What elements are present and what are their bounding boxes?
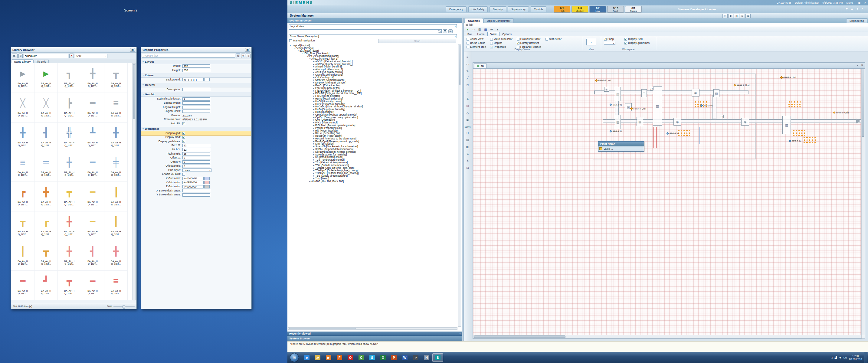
toolbar-icon[interactable]: ● <box>465 28 470 31</box>
toolbar-icon[interactable]: ▦ <box>484 28 488 31</box>
hvac-component[interactable]: ○ <box>720 115 724 118</box>
search-input[interactable] <box>289 29 442 33</box>
expand-icon[interactable]: ▼ ▶ <box>313 73 315 76</box>
library-item[interactable]: ━ BA_Air_H Q_1IST... <box>81 152 104 182</box>
expand-icon[interactable]: ▼ ▶ <box>313 132 315 134</box>
toolbar-icon[interactable]: ▾ <box>496 28 500 31</box>
tree-item[interactable]: ▼ ▶ Ccl [Cooling coil] <box>288 76 458 79</box>
layout-view-button[interactable]: ◧ <box>728 14 733 18</box>
tree-item[interactable]: ▼ ▶ TOaHysH [Outside temp_hys_heating] <box>288 172 458 175</box>
property-input[interactable]: 0 <box>182 156 210 159</box>
mute-icon[interactable]: ✕ <box>861 7 864 10</box>
alarm-icon-cluster[interactable] <box>802 136 816 143</box>
property-input[interactable]: 12 <box>182 144 210 147</box>
library-item[interactable]: ╋ BA_Air_H Q_1IST... <box>104 241 128 271</box>
tray-icon[interactable]: ▴ <box>831 356 833 359</box>
start-button[interactable]: ⊞ <box>290 353 299 362</box>
taskbar-app-icon[interactable]: F <box>334 354 345 362</box>
tree-item[interactable]: ▼ ▶ HuCtl [Humidity control] <box>288 100 458 103</box>
expand-icon[interactable]: ▼ ▶ <box>313 137 315 140</box>
alarm-counter[interactable]: 2/10 Fault <box>607 6 624 13</box>
tool-icon[interactable]: ↖ <box>465 55 471 60</box>
pin-icon[interactable]: ▣ <box>130 48 135 52</box>
tree-item[interactable]: ▼ ▶ AflCtSu [Supply air vol_flow ctrl_] <box>288 63 458 66</box>
expand-icon[interactable]: ▼ ▶ <box>313 151 315 153</box>
tree-item[interactable]: ▼ ▶ TOaHysC [Outside temp_hys_cooling] <box>288 169 458 172</box>
tool-icon[interactable]: ⊞ <box>465 103 471 109</box>
ribbon-checkbox[interactable]: ✓ Depths <box>490 41 512 45</box>
ribbon-checkbox[interactable]: ✓ Snap <box>604 37 614 41</box>
ribbon-tab[interactable]: Home <box>475 32 487 36</box>
tree-item[interactable]: ▼ ▶ PltCtl [Plant control] <box>288 121 458 124</box>
tray-icon[interactable]: ◄ <box>839 356 841 359</box>
tree-horizontal-scrollbar[interactable] <box>288 327 458 330</box>
toolbar-icon[interactable]: ▱ <box>471 28 475 31</box>
alarm-counter[interactable]: 0/1 Status <box>625 6 642 13</box>
tree-item[interactable]: ▼ ▶ TOa [Outside air temperature] <box>288 164 458 167</box>
close-document-icon[interactable]: ✕ <box>861 64 863 66</box>
recently-viewed-bar[interactable]: Recently Viewed ▾ <box>287 332 462 336</box>
ribbon-checkbox[interactable]: ✓ Status Bar <box>546 37 561 41</box>
unit-value-label[interactable]: #### # Unit <box>833 111 849 114</box>
color-value-input[interactable]: #40000000 <box>182 185 204 188</box>
property-input[interactable] <box>182 101 210 105</box>
alarm-icon-cluster[interactable] <box>792 129 805 137</box>
filter-icon[interactable] <box>846 8 848 10</box>
value-toggle-button[interactable]: V <box>241 54 245 58</box>
tree-item[interactable]: ▼ ▶ TEx [Extract air temperature] <box>288 161 458 164</box>
property-input[interactable]: 12 <box>182 148 210 151</box>
pipe[interactable] <box>656 127 656 148</box>
ribbon-checkbox[interactable]: ✓ Brush Editor <box>467 41 486 45</box>
tree-item[interactable]: ▼ ▶ SpHDmd [Setpoint heating demand] <box>288 151 458 153</box>
tree-item[interactable]: ▼ ▶ FilEhDP [Exh_air filter & flow mon__… <box>288 90 458 92</box>
plant-info-box[interactable]: Plant Name Value ... <box>598 141 644 152</box>
library-item[interactable]: ═ BA_Air_H Q_1IST... <box>81 182 104 211</box>
library-item[interactable]: ┳ BA_Air_H Q_1IST... <box>104 63 128 93</box>
percent-value-label[interactable]: ### # % <box>789 140 801 143</box>
object-type-button[interactable]: ▦ ▾ <box>12 54 18 58</box>
tool-icon[interactable]: ▭ <box>465 61 471 67</box>
tree-item[interactable]: ▼ ▶ CmnAlm [Common alarm] <box>288 79 458 81</box>
library-item[interactable]: ━ BA_Air_H Q_1IST... <box>81 211 104 241</box>
tool-icon[interactable]: ⊙ <box>465 130 471 135</box>
event-category-button[interactable]: Security <box>490 6 506 12</box>
menu-button[interactable]: Menu ▾ <box>846 1 855 4</box>
tool-icon[interactable]: A <box>465 96 471 102</box>
tool-icon[interactable]: ▣ <box>465 117 471 122</box>
section-header-workspace[interactable]: ▼ Workspace <box>141 127 251 131</box>
grid-view-button[interactable]: ⊞ <box>19 54 23 58</box>
color-value-input[interactable]: #40FF0000 <box>182 181 204 184</box>
tree-item[interactable]: ▼ ▶ Ovrr [Overridden] <box>288 119 458 121</box>
color-value-input[interactable]: #FFFFFFFF <box>182 78 204 81</box>
percent-value-label[interactable]: ### # % <box>701 104 712 107</box>
library-item[interactable]: ┫ BA_Air_H Q_1IST... <box>81 241 104 271</box>
expand-icon[interactable]: ▼ ▶ <box>313 65 315 68</box>
speaker-icon[interactable]: ◄ <box>856 7 859 10</box>
library-item[interactable]: ┳ BA_Air_H Q_1IST... <box>58 271 81 300</box>
close-icon[interactable]: ✕ <box>864 1 866 4</box>
scrollbar-thumb[interactable] <box>862 69 864 137</box>
name-toggle-button[interactable]: N <box>236 54 240 58</box>
pin-icon[interactable]: ▣ <box>245 48 250 52</box>
save-search-button[interactable]: ▦ <box>448 29 453 33</box>
library-item[interactable]: ║ BA_Air_H Q_1IST... <box>104 182 128 211</box>
document-tab[interactable]: ▦ bb <box>474 63 487 68</box>
tool-icon[interactable]: ✳ <box>465 158 471 163</box>
tree-item[interactable]: ▼ ▶ COmd [Cooling demand] <box>288 73 458 76</box>
ribbon-checkbox[interactable]: ✓ Display guidelines <box>624 41 650 45</box>
unit-value-label[interactable]: #### # Unit <box>781 76 796 79</box>
expand-icon[interactable]: ▼ ▶ <box>313 148 315 151</box>
library-item[interactable]: ≡ BA_Air_H Q_1IST... <box>11 152 34 182</box>
hvac-component[interactable]: ▨ <box>713 89 719 97</box>
hvac-component[interactable]: ○ <box>650 87 653 90</box>
color-swatch[interactable] <box>204 78 210 81</box>
display-name-select[interactable]: Show Name [Description] ▾ <box>289 34 457 38</box>
tool-icon[interactable]: ◧ <box>465 144 471 149</box>
color-value-input[interactable]: #400000FF <box>182 177 204 180</box>
print-icon[interactable]: ⊡ <box>851 7 853 10</box>
tree-item[interactable]: ▼ ▶ HuOaDct [Outs_air humidity outs_air … <box>288 105 458 108</box>
property-checkbox[interactable]: ✓ <box>182 132 185 134</box>
tree-item[interactable]: ▼ ▶ PreHcl [Preheating coil] <box>288 127 458 129</box>
toolbar-icon[interactable]: ⊡ <box>477 28 482 31</box>
tree-item[interactable]: ▼ ▶ OpModMan [Manual operating mode] <box>288 114 458 116</box>
